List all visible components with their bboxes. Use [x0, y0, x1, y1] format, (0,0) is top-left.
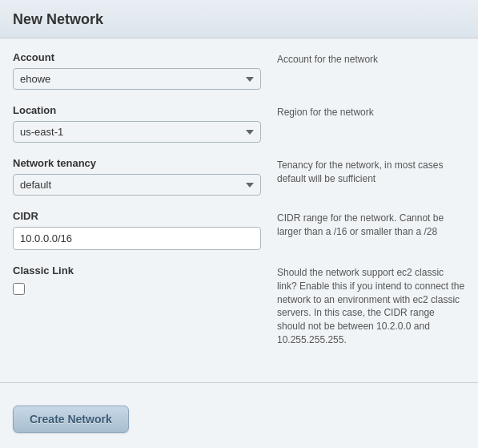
location-row: Location us-east-1 Region for the networ… — [13, 104, 465, 143]
footer: Create Network — [0, 396, 478, 442]
tenancy-help: Tenancy for the network, in most cases d… — [261, 157, 465, 186]
page-title: New Network — [13, 11, 103, 27]
account-select[interactable]: ehowe — [13, 68, 261, 90]
page-container: New Network Account ehowe Account for th… — [0, 0, 478, 448]
account-row: Account ehowe Account for the network — [13, 51, 465, 90]
tenancy-select[interactable]: default — [13, 174, 261, 196]
cidr-label: CIDR — [13, 210, 261, 222]
location-field-group: Location us-east-1 — [13, 104, 261, 143]
footer-divider — [0, 382, 478, 383]
tenancy-label: Network tenancy — [13, 157, 261, 169]
classic-link-row: Classic Link Should the network support … — [13, 264, 465, 347]
location-help: Region for the network — [261, 104, 465, 119]
cidr-help: CIDR range for the network. Cannot be la… — [261, 210, 465, 239]
cidr-field-group: CIDR — [13, 210, 261, 250]
account-help: Account for the network — [261, 51, 465, 67]
tenancy-row: Network tenancy default Tenancy for the … — [13, 157, 465, 196]
classic-link-field-group: Classic Link — [13, 264, 261, 295]
account-field-group: Account ehowe — [13, 51, 261, 90]
page-header: New Network — [0, 0, 478, 38]
tenancy-field-group: Network tenancy default — [13, 157, 261, 196]
location-select[interactable]: us-east-1 — [13, 121, 261, 143]
classic-link-help: Should the network support ec2 classic l… — [261, 264, 465, 347]
cidr-row: CIDR CIDR range for the network. Cannot … — [13, 210, 465, 250]
classic-link-label: Classic Link — [13, 264, 261, 276]
classic-link-checkbox-row — [13, 281, 261, 295]
account-label: Account — [13, 51, 261, 63]
create-network-button[interactable]: Create Network — [13, 406, 129, 433]
classic-link-checkbox[interactable] — [13, 283, 25, 295]
location-label: Location — [13, 104, 261, 116]
form-content: Account ehowe Account for the network Lo… — [0, 38, 478, 374]
cidr-input[interactable] — [13, 227, 261, 250]
